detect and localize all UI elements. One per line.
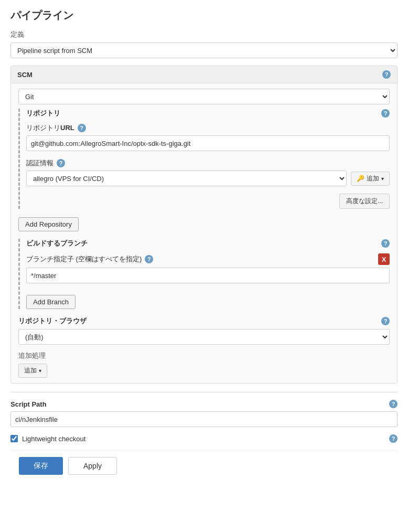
- scm-section: SCM ? Git リポジトリ ? リポジトリURL: [10, 66, 398, 384]
- branch-specifier-input[interactable]: [26, 268, 390, 283]
- script-path-help-icon[interactable]: ?: [389, 400, 398, 408]
- add-credentials-label: 追加: [367, 174, 379, 183]
- definition-group: 定義 Pipeline script from SCM: [10, 30, 398, 58]
- footer-bar: 保存 Apply: [10, 450, 398, 481]
- script-path-label: Script Path: [10, 400, 47, 408]
- build-branches-label-row: ビルドするブランチ ?: [26, 239, 390, 248]
- repo-url-label: リポジトリURL: [26, 123, 74, 133]
- remove-branch-button[interactable]: X: [378, 253, 390, 265]
- additional-add-button[interactable]: 追加 ▾: [18, 364, 47, 378]
- credentials-help-icon[interactable]: ?: [57, 159, 65, 167]
- additional-label: 追加処理: [18, 351, 390, 360]
- advanced-row: 高度な設定...: [26, 194, 390, 209]
- branch-specifier-label-with-help: ブランチ指定子 (空欄はすべてを指定) ?: [26, 254, 153, 264]
- lightweight-label: Lightweight checkout: [22, 435, 85, 443]
- apply-button[interactable]: Apply: [68, 457, 117, 475]
- credentials-group: 認証情報 ? allegro (VPS for CI/CD) 🔑 追加 ▾: [26, 158, 390, 186]
- page-title: パイプライン: [10, 8, 398, 23]
- repo-browser-section: リポジトリ・ブラウザ ? (自動): [18, 316, 390, 345]
- scm-body: Git リポジトリ ? リポジトリURL ?: [11, 83, 397, 383]
- scm-header: SCM ?: [11, 66, 397, 83]
- repository-section: リポジトリ ? リポジトリURL ? 認証情報: [18, 109, 390, 209]
- repo-url-label-row: リポジトリURL ?: [26, 123, 390, 133]
- lightweight-row: Lightweight checkout ?: [10, 434, 398, 443]
- repo-browser-help-icon[interactable]: ?: [381, 317, 390, 325]
- credentials-select[interactable]: allegro (VPS for CI/CD): [26, 171, 347, 186]
- additional-add-label: 追加: [24, 366, 37, 375]
- add-branch-button[interactable]: Add Branch: [26, 295, 76, 309]
- key-icon: 🔑: [357, 175, 364, 182]
- add-credentials-button[interactable]: 🔑 追加 ▾: [351, 172, 390, 186]
- scm-help-icon[interactable]: ?: [382, 70, 391, 79]
- lightweight-left: Lightweight checkout: [10, 435, 85, 443]
- dropdown-arrow-icon: ▾: [381, 176, 384, 182]
- build-branches-label: ビルドするブランチ: [26, 239, 88, 248]
- definition-select[interactable]: Pipeline script from SCM: [10, 42, 398, 58]
- script-path-input[interactable]: [10, 411, 398, 427]
- lightweight-checkbox[interactable]: [10, 435, 18, 442]
- additional-dropdown-icon: ▾: [39, 368, 41, 374]
- repo-url-help-icon[interactable]: ?: [78, 124, 86, 132]
- scm-label: SCM: [17, 71, 33, 79]
- repo-browser-select[interactable]: (自動): [18, 329, 390, 345]
- credentials-label-row: 認証情報 ?: [26, 158, 390, 168]
- branch-specifier-help-icon[interactable]: ?: [145, 255, 153, 263]
- definition-label: 定義: [10, 30, 398, 39]
- repo-url-input[interactable]: [26, 135, 390, 151]
- scm-select[interactable]: Git: [18, 89, 390, 104]
- add-repository-button[interactable]: Add Repository: [18, 217, 79, 231]
- repo-help-icon[interactable]: ?: [381, 109, 390, 118]
- script-path-section: Script Path ?: [10, 392, 398, 427]
- credentials-row: allegro (VPS for CI/CD) 🔑 追加 ▾: [26, 171, 390, 186]
- save-button[interactable]: 保存: [19, 457, 63, 475]
- page-container: パイプライン 定義 Pipeline script from SCM SCM ?…: [0, 0, 408, 532]
- script-path-label-row: Script Path ?: [10, 400, 398, 408]
- additional-section: 追加処理 追加 ▾: [18, 351, 390, 378]
- credentials-label: 認証情報: [26, 158, 53, 168]
- repo-label: リポジトリ: [26, 109, 60, 118]
- repo-browser-label-row: リポジトリ・ブラウザ ?: [18, 316, 390, 326]
- repo-browser-label: リポジトリ・ブラウザ: [18, 316, 87, 326]
- branch-specifier-label: ブランチ指定子 (空欄はすべてを指定): [26, 254, 142, 264]
- repo-url-group: リポジトリURL ?: [26, 123, 390, 151]
- lightweight-help-icon[interactable]: ?: [389, 434, 398, 443]
- advanced-settings-button[interactable]: 高度な設定...: [339, 194, 390, 209]
- build-branches-section: ビルドするブランチ ? ブランチ指定子 (空欄はすべてを指定) ? X Add …: [18, 239, 390, 309]
- build-branches-help-icon[interactable]: ?: [381, 239, 390, 248]
- repo-label-row: リポジトリ ?: [26, 109, 390, 118]
- branch-specifier-label-row: ブランチ指定子 (空欄はすべてを指定) ? X: [26, 253, 390, 265]
- branch-specifier-group: ブランチ指定子 (空欄はすべてを指定) ? X: [26, 253, 390, 283]
